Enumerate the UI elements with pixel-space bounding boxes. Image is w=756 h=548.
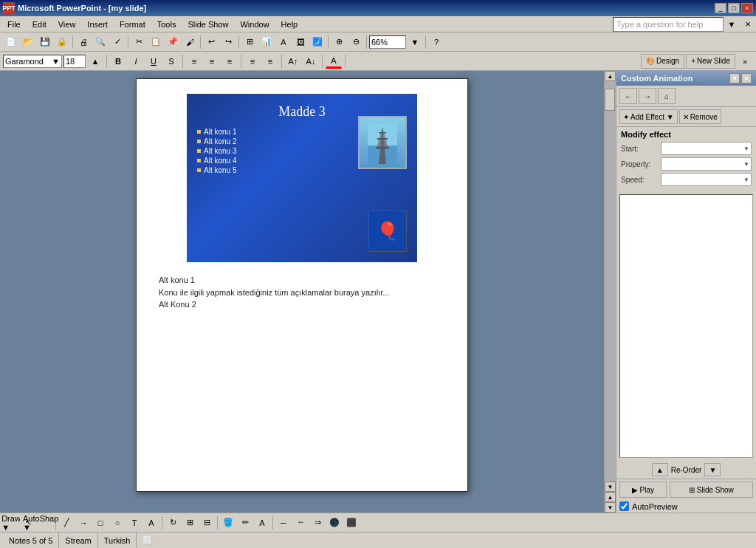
expand-button[interactable]: ⊕ xyxy=(331,35,347,49)
panel-dropdown-button[interactable]: ▼ xyxy=(729,73,740,83)
zoom-dropdown[interactable]: ▼ xyxy=(407,35,423,49)
shadow-button[interactable]: S xyxy=(163,54,179,69)
arrow-style-tool[interactable]: ⇒ xyxy=(309,516,326,530)
nav-back-button[interactable]: ← xyxy=(619,88,637,104)
next-slide-button[interactable]: ▼ xyxy=(605,502,616,513)
permission-button[interactable]: 🔒 xyxy=(54,35,70,49)
insert-picture[interactable]: 🗾 xyxy=(309,35,326,49)
align-left-button[interactable]: ≡ xyxy=(186,54,202,69)
rect-tool[interactable]: □ xyxy=(92,516,109,530)
collapse-button[interactable]: ⊖ xyxy=(348,35,364,49)
reorder-down-button[interactable]: ▼ xyxy=(704,463,721,476)
property-select[interactable]: ▼ xyxy=(661,157,752,171)
nav-forward-button[interactable]: → xyxy=(639,88,656,104)
numbering-button[interactable]: ≡ xyxy=(262,54,278,69)
menu-view[interactable]: View xyxy=(52,16,82,32)
open-button[interactable]: 📂 xyxy=(20,35,36,49)
speed-select[interactable]: ▼ xyxy=(661,173,752,186)
prev-slide-button[interactable]: ▲ xyxy=(605,492,616,502)
scroll-up-button[interactable]: ▲ xyxy=(605,71,616,81)
menu-edit[interactable]: Edit xyxy=(27,16,52,32)
scroll-down-button[interactable]: ▼ xyxy=(605,482,616,492)
menu-window[interactable]: Window xyxy=(234,16,275,32)
cut-button[interactable]: ✂ xyxy=(131,35,147,49)
wordart-tool2[interactable]: A xyxy=(143,516,159,530)
scroll-thumb[interactable] xyxy=(605,89,615,111)
3d-style-tool[interactable]: ⬛ xyxy=(343,516,360,530)
nav-home-button[interactable]: ⌂ xyxy=(658,88,676,104)
line-style-tool[interactable]: ─ xyxy=(275,516,292,530)
insert-chart[interactable]: 📊 xyxy=(258,35,275,49)
preview-button[interactable]: 🔍 xyxy=(92,35,109,49)
bullets-button[interactable]: ≡ xyxy=(244,54,261,69)
ungroup-tool[interactable]: ⊟ xyxy=(199,516,215,530)
zoom-box[interactable]: 66% xyxy=(369,35,406,49)
slide-container[interactable]: Madde 3 Alt konu 1 Alt konu 2 xyxy=(136,78,468,492)
italic-button[interactable]: I xyxy=(128,54,144,69)
fill-color-tool[interactable]: 🪣 xyxy=(220,516,236,530)
help-input[interactable]: Type a question for help xyxy=(613,17,724,32)
draw-button[interactable]: Draw ▼ xyxy=(3,516,19,530)
close-button[interactable]: × xyxy=(741,3,753,13)
font-color-tool2[interactable]: A xyxy=(254,516,270,530)
reorder-up-button[interactable]: ▲ xyxy=(652,463,668,476)
menu-insert[interactable]: Insert xyxy=(81,16,114,32)
play-button[interactable]: ▶ Play xyxy=(619,482,667,498)
arrow-tool[interactable]: → xyxy=(75,516,92,530)
textbox-tool[interactable]: T xyxy=(126,516,142,530)
menu-slideshow[interactable]: Slide Show xyxy=(182,16,234,32)
remove-button[interactable]: ✕ Remove xyxy=(679,109,721,124)
decrease-indent[interactable]: A↓ xyxy=(303,54,319,69)
eiffel-image[interactable] xyxy=(358,116,407,169)
add-effect-button[interactable]: ✦ Add Effect ▼ xyxy=(619,109,678,124)
paste-button[interactable]: 📌 xyxy=(165,35,181,49)
line-tool[interactable]: ╱ xyxy=(58,516,75,530)
maximize-button[interactable]: □ xyxy=(728,3,740,13)
format-bar-expand[interactable]: » xyxy=(737,54,753,69)
redo-button[interactable]: ↪ xyxy=(220,35,236,49)
line-color-tool[interactable]: ✏ xyxy=(237,516,253,530)
bold-button[interactable]: B xyxy=(110,54,126,69)
font-size-up[interactable]: ▲ xyxy=(87,54,103,69)
insert-clipart[interactable]: 🖼 xyxy=(292,35,309,49)
format-painter[interactable]: 🖌 xyxy=(182,35,198,49)
font-size-selector[interactable]: 18 xyxy=(63,55,86,68)
menu-tools[interactable]: Tools xyxy=(151,16,182,32)
help-button[interactable]: ? xyxy=(428,35,444,49)
autoshapes-button[interactable]: AutoShapes ▼ xyxy=(37,516,53,530)
balloon-image[interactable]: 🎈 xyxy=(368,210,407,252)
minimize-button[interactable]: _ xyxy=(715,3,726,13)
menu-help[interactable]: Help xyxy=(275,16,304,32)
design-button[interactable]: 🎨 Design xyxy=(641,54,684,69)
slide-show-button[interactable]: ⊞ Slide Show xyxy=(670,482,753,498)
print-button[interactable]: 🖨 xyxy=(75,35,92,49)
rotate-tool[interactable]: ↻ xyxy=(165,516,181,530)
align-center-button[interactable]: ≡ xyxy=(204,54,220,69)
increase-indent[interactable]: A↑ xyxy=(285,54,301,69)
insert-table[interactable]: ⊞ xyxy=(241,35,258,49)
new-button[interactable]: 📄 xyxy=(3,35,19,49)
oval-tool[interactable]: ○ xyxy=(109,516,126,530)
spell-button[interactable]: ✓ xyxy=(109,35,126,49)
help-dropdown-button[interactable]: ▼ xyxy=(724,17,740,32)
insert-wordart[interactable]: A xyxy=(275,35,292,49)
play-icon: ▶ xyxy=(632,486,638,494)
font-selector[interactable]: Garamond ▼ xyxy=(3,55,62,68)
menu-format[interactable]: Format xyxy=(114,16,151,32)
dash-style-tool[interactable]: ╌ xyxy=(292,516,309,530)
new-slide-button[interactable]: + New Slide xyxy=(686,54,735,69)
autopreview-checkbox[interactable] xyxy=(619,501,629,511)
panel-close-button[interactable]: × xyxy=(741,73,752,83)
help-close-button[interactable]: × xyxy=(740,17,756,32)
menu-file[interactable]: File xyxy=(1,16,27,32)
slide-blue-section[interactable]: Madde 3 Alt konu 1 Alt konu 2 xyxy=(187,94,417,262)
shadow-style-tool[interactable]: 🌑 xyxy=(326,516,343,530)
start-select[interactable]: ▼ xyxy=(661,142,752,155)
underline-button[interactable]: U xyxy=(145,54,162,69)
align-right-button[interactable]: ≡ xyxy=(221,54,238,69)
font-color-button[interactable]: A xyxy=(326,54,342,69)
copy-button[interactable]: 📋 xyxy=(148,35,164,49)
undo-button[interactable]: ↩ xyxy=(203,35,219,49)
save-button[interactable]: 💾 xyxy=(37,35,53,49)
group-tool[interactable]: ⊞ xyxy=(182,516,198,530)
